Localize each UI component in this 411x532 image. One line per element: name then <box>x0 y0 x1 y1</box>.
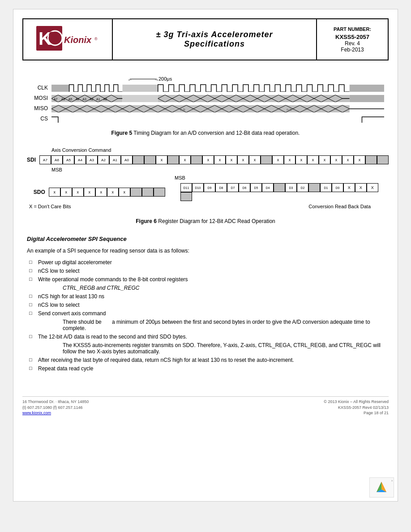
sdi-x7: x <box>249 155 261 164</box>
mosi-row: MOSI A7 A6 A5 A4 A3 A2 A1 A0 <box>27 94 384 103</box>
sdi-row: SDI A7 A6 A5 A4 A3 A2 A1 A0 x <box>27 155 384 164</box>
sdo-g2 <box>142 188 154 197</box>
sdo-g3 <box>154 188 165 197</box>
svg-rect-6 <box>51 85 69 92</box>
clk-label: CLK <box>27 85 51 91</box>
sdo-d0: D0 <box>332 183 343 192</box>
sdo-xend3: X <box>367 183 378 192</box>
title-line1: ± 3g Tri-axis Accelerometer <box>156 30 273 39</box>
sdi-x10: x <box>295 155 307 164</box>
clk-signal <box>51 84 384 92</box>
reg-bottom-labels: X = Don't Care Bits Conversion Read Back… <box>27 204 384 209</box>
sdo-group2: D11 D10 D9 D8 D7 D6 D5 D4 D3 D2 D1 D0 X … <box>180 183 384 201</box>
sdi-x15: x <box>354 155 365 164</box>
sdo-d9: D9 <box>204 183 215 192</box>
cs-row: CS <box>27 114 384 123</box>
sdo-x7: x <box>119 188 130 197</box>
svg-text:A7: A7 <box>54 98 58 101</box>
corner-icon: › <box>369 477 394 498</box>
footer-page: Page 18 of 21 <box>324 410 389 416</box>
svg-point-3 <box>49 32 55 38</box>
spi-item-3: Write operational mode commands to the 8… <box>27 276 384 283</box>
sdi-a1: A1 <box>109 155 121 164</box>
figure6-text: Register Diagram for 12-Bit ADC Read Ope… <box>157 218 275 224</box>
timing-annotation: ← → 200μs <box>130 76 384 82</box>
footer-copyright: © 2013 Kionix – All Rights Reserved <box>324 399 389 405</box>
sdo-d11: D11 <box>180 183 192 192</box>
spi-item-1: Power up digital accelerometer <box>27 259 384 266</box>
spi-item-8: After receiving the last byte of require… <box>27 357 384 363</box>
sdi-group2: x x x x x x x <box>156 155 272 164</box>
sdi-g6 <box>365 155 377 164</box>
spi-item-4: nCS high for at least 130 ns <box>27 293 384 300</box>
sdo-d1: D1 <box>320 183 332 192</box>
cs-label: CS <box>27 116 51 122</box>
sdi-x8: x <box>272 155 284 164</box>
svg-text:A5: A5 <box>68 98 73 101</box>
kionix-corner-logo <box>374 480 390 495</box>
sdi-x2: x <box>179 155 191 164</box>
timing-diagram: ← → 200μs CLK <box>27 76 384 123</box>
sdo-d8: D8 <box>215 183 227 192</box>
sdo-d6: D6 <box>239 183 250 192</box>
spi-section: Digital Accelerometer SPI Sequence An ex… <box>27 236 384 372</box>
sdo-x3: x <box>72 188 84 197</box>
part-date: Feb-2013 <box>321 47 383 53</box>
sdi-group3: x x x x x x x x <box>272 155 389 164</box>
sdo-d2: D2 <box>297 183 308 192</box>
spi-list: Power up digital accelerometer nCS low t… <box>27 259 384 372</box>
sdi-gray2 <box>144 155 156 164</box>
sdi-x9: x <box>284 155 295 164</box>
sdo-x1: x <box>49 188 60 197</box>
svg-text:®: ® <box>94 37 98 41</box>
sdi-g3 <box>167 155 179 164</box>
sdi-x11: x <box>307 155 319 164</box>
figure5-caption: Figure 5 Timing Diagram for an A/D conve… <box>27 130 384 136</box>
svg-text:A1: A1 <box>96 98 100 101</box>
sdo-d3: D3 <box>285 183 297 192</box>
spi-item-9: Repeat data read cycle <box>27 365 384 372</box>
axis-conv-label: Axis Conversion Command <box>51 147 384 153</box>
xdc-label: X = Don't Care Bits <box>29 204 71 209</box>
sdi-a4: A4 <box>74 155 86 164</box>
sdo-gend <box>180 192 192 201</box>
part-info: PART NUMBER: KXSS5-2057 Rev. 4 Feb-2013 <box>316 19 388 60</box>
spi-intro: An example of a SPI sequence for reading… <box>27 248 384 254</box>
sdi-a6: A6 <box>51 155 63 164</box>
figure6-bold: Figure 6 <box>136 218 157 224</box>
svg-text:Kionix: Kionix <box>64 35 92 45</box>
svg-rect-8 <box>350 85 384 92</box>
sdi-x14: x <box>342 155 354 164</box>
document-title: ± 3g Tri-axis Accelerometer Specificatio… <box>113 19 316 60</box>
figure5-text: Timing Diagram for an A/D conversion and… <box>132 130 300 136</box>
part-label: PART NUMBER: <box>321 26 383 32</box>
sdo-g1 <box>130 188 142 197</box>
msb-label2: MSB <box>175 175 384 180</box>
sdi-a2: A2 <box>98 155 109 164</box>
cs-signal <box>51 115 384 123</box>
part-number: KXSS5-2057 <box>321 34 383 40</box>
svg-text:A0: A0 <box>103 98 107 101</box>
logo-section: K Kionix ® <box>23 19 113 60</box>
figure6-caption: Figure 6 Register Diagram for 12-Bit ADC… <box>27 218 384 224</box>
spi-200us-note: There should be a minimum of 200μs betwe… <box>27 319 384 331</box>
sdi-g5 <box>261 155 272 164</box>
sdo-xend2: X <box>355 183 367 192</box>
sdo-group1: x x x x x x x <box>49 188 165 197</box>
footer-website: www.kionix.com <box>22 410 89 416</box>
svg-text:n-b: n-b <box>180 107 185 112</box>
sdi-gray1 <box>133 155 144 164</box>
sdi-label: SDI <box>27 157 39 163</box>
spi-kxss5-note: The KXSS5 auto-increments register trans… <box>27 342 384 355</box>
timing-duration: 200μs <box>158 76 172 82</box>
main-content: ← → 200μs CLK <box>13 60 398 387</box>
svg-text:K: K <box>39 29 51 48</box>
sdi-x5: x <box>226 155 237 164</box>
sdi-x6: x <box>237 155 249 164</box>
sdo-gd2 <box>308 183 320 192</box>
footer-right: © 2013 Kionix – All Rights Reserved KXSS… <box>324 399 389 416</box>
miso-row: MISO n-b n-b <box>27 104 384 113</box>
spi-item-7: The 12-bit A/D data is read to the secon… <box>27 334 384 340</box>
sdi-x12: x <box>319 155 330 164</box>
sdi-group1: A7 A6 A5 A4 A3 A2 A1 A0 <box>39 155 156 164</box>
